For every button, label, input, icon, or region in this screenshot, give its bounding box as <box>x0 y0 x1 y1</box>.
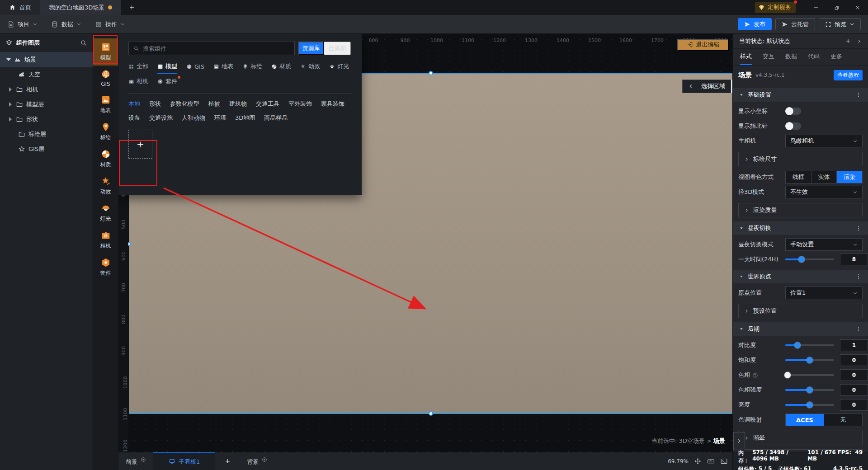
subtab-traffic-facility[interactable]: 交通设施 <box>149 114 173 122</box>
rail-item-kit[interactable]: 套件 <box>93 254 118 281</box>
rail-item-light[interactable]: 灯光 <box>93 200 118 227</box>
select-area-button[interactable]: 选择区域 <box>682 80 731 93</box>
shading-solid[interactable]: 实体 <box>811 171 837 183</box>
section-day-night[interactable]: 昼夜切换 <box>733 221 868 235</box>
tree-item-model-layer[interactable]: 模型层 <box>0 97 93 112</box>
subtab-building[interactable]: 建筑物 <box>229 100 247 108</box>
expander-plot-size[interactable]: 标绘尺寸 <box>738 152 863 166</box>
origin-position-select[interactable]: 位置1 <box>785 287 863 299</box>
minimize-button[interactable] <box>806 0 826 15</box>
shading-wireframe[interactable]: 线框 <box>786 171 811 183</box>
foreground-tab[interactable]: 前景 <box>118 452 153 470</box>
hue-strength-slider[interactable] <box>785 389 834 391</box>
hue-strength-value[interactable]: 0 <box>840 384 868 396</box>
section-basic-settings[interactable]: 基础设置 <box>733 88 868 102</box>
new-tab-button[interactable] <box>121 0 142 15</box>
keyboard-icon[interactable] <box>707 457 715 465</box>
subtab-furniture-decor[interactable]: 家具装饰 <box>321 100 344 108</box>
expander-vignette[interactable]: 渐晕 <box>738 431 863 445</box>
viewport-canvas[interactable]: 8009001000110012001300140015001600170018… <box>118 34 732 452</box>
resize-handle-bottom[interactable] <box>429 411 433 416</box>
section-post-processing[interactable]: 后期 <box>733 322 868 336</box>
add-local-model-tile[interactable]: + <box>128 130 152 159</box>
exit-edit-button[interactable]: 退出编辑 <box>677 39 729 51</box>
tab-data[interactable]: 数据 <box>785 49 797 65</box>
popup-tab-effect[interactable]: 动效 <box>300 62 320 74</box>
popup-tab-kit[interactable]: 套件 <box>157 77 177 89</box>
sub-board-tab[interactable]: 子看板1 <box>153 452 215 470</box>
publish-button[interactable]: 发布 <box>738 18 772 30</box>
tree-item-sky[interactable]: 天空 <box>0 67 93 82</box>
popup-tab-plot[interactable]: 标绘 <box>242 62 262 74</box>
saturation-slider[interactable] <box>785 359 834 361</box>
add-state-icon[interactable] <box>845 38 851 44</box>
hue-slider[interactable] <box>785 374 834 376</box>
more-options-icon[interactable] <box>855 273 862 280</box>
expander-render-quality[interactable]: 渲染质量 <box>738 203 863 217</box>
caret-down-icon[interactable] <box>6 58 11 61</box>
rail-item-gis[interactable]: GIS <box>93 66 118 91</box>
popup-tab-material[interactable]: 材质 <box>271 62 291 74</box>
day-time-value[interactable]: 8 <box>840 254 868 265</box>
help-icon[interactable] <box>752 372 758 378</box>
tab-document[interactable]: 我的空白地面3D场景 <box>40 0 121 15</box>
show-gizmo-toggle[interactable] <box>785 108 801 115</box>
rail-item-camera[interactable]: 相机 <box>93 227 118 254</box>
cloud-hosting-button[interactable]: 云托管 <box>775 18 815 30</box>
fit-screen-icon[interactable] <box>694 457 702 465</box>
subtab-3d-map[interactable]: 3D地图 <box>235 114 255 122</box>
shading-rendered[interactable]: 渲染 <box>836 171 862 183</box>
subtab-outdoor-decor[interactable]: 室外装饰 <box>288 100 312 108</box>
rail-item-terrain[interactable]: 地表 <box>93 91 118 118</box>
more-options-icon[interactable] <box>855 225 862 231</box>
show-compass-toggle[interactable] <box>785 122 801 130</box>
subtab-vehicle[interactable]: 交通工具 <box>256 100 279 108</box>
rail-item-material[interactable]: 材质 <box>93 146 118 173</box>
contrast-value[interactable]: 1 <box>840 339 868 351</box>
component-search-input[interactable] <box>143 45 290 52</box>
popup-tab-light[interactable]: 灯光 <box>329 62 349 74</box>
menu-project[interactable]: 项目 <box>7 20 38 28</box>
resize-handle-top[interactable] <box>429 71 433 75</box>
tab-interaction[interactable]: 交互 <box>763 49 774 65</box>
subtab-device[interactable]: 设备 <box>128 114 140 122</box>
collapse-panel-button[interactable] <box>733 432 745 450</box>
section-world-origin[interactable]: 世界原点 <box>733 270 868 283</box>
preview-button[interactable]: 预览 <box>819 18 861 30</box>
tab-code[interactable]: 代码 <box>808 49 820 65</box>
day-time-slider[interactable] <box>785 258 834 260</box>
hue-value[interactable]: 0 <box>840 369 868 381</box>
menu-action[interactable]: 操作 <box>95 20 125 28</box>
main-camera-select[interactable]: 鸟瞰相机 <box>785 135 863 147</box>
expander-preset-position[interactable]: 预设位置 <box>738 304 863 318</box>
tree-item-gis-layer[interactable]: GIS层 <box>0 141 93 156</box>
saturation-value[interactable]: 0 <box>840 354 868 366</box>
plus-circle-icon[interactable] <box>262 457 267 462</box>
subtab-vegetation[interactable]: 植被 <box>208 100 220 108</box>
rail-item-plot[interactable]: 标绘 <box>93 118 118 146</box>
tone-none[interactable]: 无 <box>824 414 862 426</box>
light-3d-select[interactable]: 不生效 <box>785 186 863 198</box>
tab-style[interactable]: 样式 <box>740 49 752 65</box>
rail-item-effect[interactable]: 动效 <box>93 173 118 200</box>
daynight-mode-select[interactable]: 手动设置 <box>785 238 863 251</box>
tree-item-shape-folder[interactable]: 形状 <box>0 112 93 127</box>
close-button[interactable] <box>847 0 868 15</box>
tab-more[interactable]: 更多 <box>830 49 842 65</box>
add-board-button[interactable] <box>215 452 240 470</box>
caret-right-icon[interactable] <box>9 117 12 122</box>
tree-item-camera-folder[interactable]: 相机 <box>0 82 93 97</box>
more-options-icon[interactable] <box>855 326 862 332</box>
resource-library-button[interactable]: 资源库 <box>298 42 324 55</box>
popup-tab-camera[interactable]: 相机 <box>128 77 148 89</box>
tree-item-plot-layer[interactable]: 标绘层 <box>0 127 93 141</box>
background-tab[interactable]: 背景 <box>240 452 274 470</box>
added-button[interactable]: 已添加 <box>324 42 351 55</box>
console-icon[interactable] <box>720 457 728 465</box>
subtab-people-animal[interactable]: 人和动物 <box>182 114 205 122</box>
view-tutorial-button[interactable]: 查看教程 <box>834 70 863 80</box>
popup-tab-model[interactable]: 模型 <box>157 62 177 74</box>
tab-home[interactable]: 首页 <box>0 0 40 15</box>
plus-circle-icon[interactable] <box>141 457 146 462</box>
subtab-local[interactable]: 本地 <box>128 100 140 108</box>
